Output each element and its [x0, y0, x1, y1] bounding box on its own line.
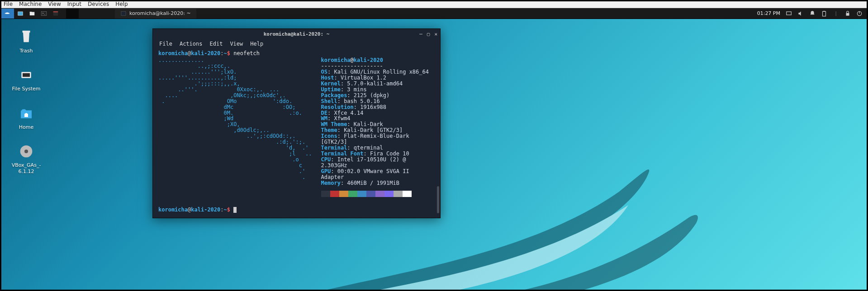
- panel-clock[interactable]: 01:27 PM: [757, 10, 780, 16]
- battery-icon[interactable]: [821, 10, 827, 17]
- kali-menu-icon[interactable]: [0, 9, 14, 19]
- svg-rect-14: [23, 31, 30, 33]
- svg-text:>_: >_: [42, 12, 45, 15]
- svg-rect-6: [53, 11, 58, 12]
- desktop-icon-home[interactable]: Home: [9, 105, 43, 131]
- taskbar-item-terminal[interactable]: koromicha@kali-2020: ~: [115, 9, 196, 19]
- terminal-scrollbar[interactable]: [437, 186, 439, 213]
- vbox-menu-devices[interactable]: Devices: [88, 1, 109, 7]
- disc-icon: [17, 143, 35, 160]
- svg-rect-11: [846, 13, 849, 15]
- svg-rect-2: [30, 11, 32, 12]
- color-swatch: [339, 191, 348, 197]
- separator: |: [833, 10, 839, 17]
- desktop-icon-vbox-gas[interactable]: VBox_GAs_- 6.1.12: [9, 143, 43, 175]
- color-swatch: [403, 191, 412, 197]
- neofetch-row: Memory: 460MiB / 1991MiB: [321, 180, 435, 186]
- color-swatch: [330, 191, 339, 197]
- svg-rect-16: [23, 73, 30, 77]
- trash-icon: [17, 29, 35, 45]
- vbox-menu-view[interactable]: View: [48, 1, 61, 7]
- color-swatch: [357, 191, 366, 197]
- notification-icon[interactable]: [809, 10, 816, 17]
- svg-rect-8: [787, 11, 792, 14]
- show-desktop-icon[interactable]: [15, 9, 26, 18]
- minimize-button[interactable]: ─: [419, 31, 422, 37]
- svg-rect-0: [18, 11, 23, 15]
- kali-top-panel: >_ koromicha@kali-2020: ~ 01:27 PM |: [0, 8, 868, 19]
- terminal-launcher-icon[interactable]: >_: [38, 9, 49, 18]
- term-menu-edit[interactable]: Edit: [209, 41, 223, 47]
- color-swatch: [366, 191, 375, 197]
- color-swatch: [348, 191, 357, 197]
- terminal-window[interactable]: koromicha@kali-2020: ~ ─ ▢ ✕ File Action…: [152, 28, 441, 218]
- prompt-line-2: koromicha@kali-2020:~$: [158, 207, 435, 213]
- desktop-icon-trash[interactable]: Trash: [9, 29, 43, 54]
- svg-rect-9: [823, 11, 826, 16]
- color-swatch: [384, 191, 394, 197]
- vbox-menu-machine[interactable]: Machine: [19, 1, 42, 7]
- home-folder-icon: [17, 105, 35, 122]
- volume-icon[interactable]: [797, 10, 804, 17]
- vbox-menu-help[interactable]: Help: [115, 1, 128, 7]
- color-swatch: [321, 191, 330, 197]
- term-menu-actions[interactable]: Actions: [180, 41, 203, 47]
- desktop-icons-column: Trash File System Home VBox_GAs_- 6.1.12: [9, 29, 43, 175]
- browser-launcher-icon[interactable]: [50, 9, 61, 18]
- vbox-menu-file[interactable]: File: [4, 1, 13, 7]
- neofetch-row: CPU: Intel i7-10510U (2) @ 2.303GHz: [321, 157, 435, 169]
- desktop-icon-filesystem[interactable]: File System: [9, 67, 43, 92]
- close-button[interactable]: ✕: [434, 31, 437, 37]
- prompt-line-1: koromicha@kali-2020:~$ neofetch: [158, 51, 435, 56]
- neofetch-row: GPU: 00:02.0 VMware SVGA II Adapter: [321, 169, 435, 180]
- file-manager-icon[interactable]: [27, 9, 38, 18]
- lock-icon[interactable]: [844, 10, 851, 17]
- svg-point-18: [24, 150, 28, 153]
- vbox-menu-input[interactable]: Input: [67, 1, 81, 7]
- term-menu-view[interactable]: View: [230, 41, 243, 47]
- neofetch-output: .............. ..,;:ccc,. ......''';lxO.…: [158, 57, 435, 197]
- terminal-menubar: File Actions Edit View Help: [153, 39, 440, 49]
- power-icon[interactable]: [856, 10, 863, 17]
- drive-icon: [17, 67, 35, 83]
- svg-rect-7: [121, 11, 126, 15]
- neofetch-info: koromicha@kali-2020 ------------------- …: [321, 57, 435, 197]
- color-swatch: [375, 191, 384, 197]
- svg-rect-10: [823, 11, 825, 11]
- terminal-titlebar[interactable]: koromicha@kali-2020: ~ ─ ▢ ✕: [153, 29, 440, 39]
- neofetch-ascii-art: .............. ..,;:ccc,. ......''';lxO.…: [158, 57, 312, 197]
- virtualbox-menu-bar: File Machine View Input Devices Help: [0, 0, 868, 8]
- term-menu-file[interactable]: File: [159, 41, 172, 47]
- term-menu-help[interactable]: Help: [250, 41, 263, 47]
- neofetch-row: Icons: Flat-Remix-Blue-Dark [GTK2/3]: [321, 133, 435, 145]
- neofetch-color-palette: [321, 191, 435, 197]
- display-icon[interactable]: [786, 10, 792, 17]
- maximize-button[interactable]: ▢: [427, 31, 430, 37]
- workspace-switcher[interactable]: [66, 9, 79, 19]
- terminal-title: koromicha@kali-2020: ~: [153, 31, 440, 37]
- taskbar-item-label: koromicha@kali-2020: ~: [129, 10, 191, 16]
- desktop-area[interactable]: farunix & TUTORIALS Trash File System Ho…: [0, 19, 868, 291]
- color-swatch: [394, 191, 403, 197]
- terminal-body[interactable]: koromicha@kali-2020:~$ neofetch ........…: [153, 49, 440, 218]
